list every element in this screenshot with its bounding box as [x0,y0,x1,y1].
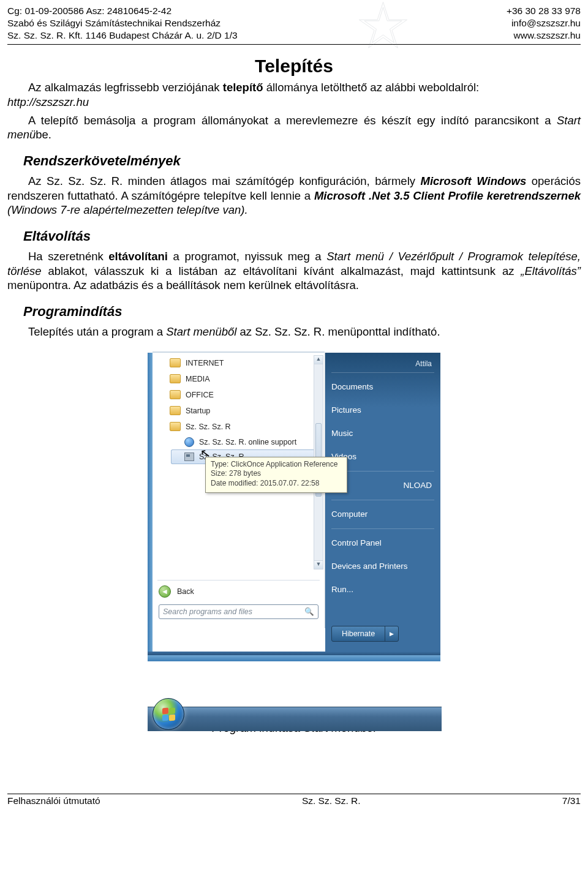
start-right-devices[interactable]: Devices and Printers [331,555,434,578]
header-left-line2: Szabó és Szilágyi Számítástechnikai Rend… [7,17,238,29]
section-requirements: Rendszerkövetelmények [23,153,581,169]
page-header: Cg: 01-09-200586 Asz: 24810645-2-42 Szab… [7,5,581,42]
footer-mid: Sz. Sz. Sz. R. [302,795,361,806]
chevron-right-icon[interactable]: ▶ [385,626,398,641]
header-rule [7,44,581,45]
start-orb-button[interactable] [153,698,184,730]
start-right-music[interactable]: Music [331,422,434,445]
header-left-line1: Cg: 01-09-200586 Asz: 24810645-2-42 [7,5,238,17]
section-launch: Programindítás [23,304,581,320]
search-icon: 🔍 [304,607,314,616]
scroll-down-icon[interactable]: ▼ [314,560,323,569]
start-right-run[interactable]: Run... [331,578,434,601]
back-arrow-icon: ◄ [159,585,171,598]
page-title: Telepítés [7,56,581,77]
start-item-tooltip: Type: ClickOnce Application Reference Si… [205,457,347,493]
footer-right: 7/31 [562,795,581,806]
header-right-email: info@szszszr.hu [507,17,581,29]
start-search-input[interactable]: Search programs and files 🔍 [159,604,318,619]
footer-left: Felhasználói útmutató [7,795,100,806]
scroll-up-icon[interactable]: ▲ [314,356,323,364]
start-folder-szszszr[interactable]: Sz. Sz. Sz. R [156,419,321,435]
start-menu-screenshot: INTERNET MEDIA OFFICE Startup Sz. Sz. Sz… [148,353,440,661]
start-folder-startup[interactable]: Startup [156,403,321,419]
start-folder-office[interactable]: OFFICE [156,387,321,403]
start-menu-right-pane: Attila Documents Pictures Music Videos N… [325,353,440,655]
mouse-cursor-icon: ↖ [199,445,211,461]
page-footer: Felhasználói útmutató Sz. Sz. Sz. R. 7/3… [7,794,581,806]
folder-icon [170,358,181,367]
start-right-computer[interactable]: Computer [331,503,434,526]
windows-logo-icon [162,708,176,721]
search-placeholder: Search programs and files [163,607,252,616]
start-right-documents[interactable]: Documents [331,375,434,399]
start-right-pictures[interactable]: Pictures [331,399,434,422]
paragraph-launch: Telepítés után a program a Start menüből… [7,325,581,339]
section-uninstall: Eltávolítás [23,228,581,244]
paragraph-requirements: Az Sz. Sz. Sz. R. minden átlagos mai szá… [7,174,581,217]
start-item-online-support[interactable]: Sz. Sz. Sz. R. online support [171,435,321,449]
download-link[interactable]: http://szszszr.hu [7,96,89,108]
start-right-controlpanel[interactable]: Control Panel [331,532,434,555]
folder-icon [170,406,181,415]
start-folder-media[interactable]: MEDIA [156,371,321,387]
folder-icon [170,374,181,383]
help-icon [184,437,194,447]
start-shutdown-button[interactable]: Hibernate ▶ [331,626,399,642]
start-back-button[interactable]: ◄ Back [159,584,194,599]
header-left-line3: Sz. Sz. Sz. R. Kft. 1146 Budapest Cházár… [7,29,238,42]
taskbar-snippet [151,698,439,731]
paragraph-installer: A telepítő bemásolja a program állományo… [7,113,581,142]
application-icon [184,453,194,461]
folder-icon [170,390,181,399]
start-folder-internet[interactable]: INTERNET [156,355,321,371]
start-right-user[interactable]: Attila [331,358,434,370]
header-right-url: www.szszszr.hu [507,29,581,42]
folder-icon [170,422,181,431]
paragraph-uninstall: Ha szeretnénk eltávolítani a programot, … [7,249,581,293]
header-right-phone: +36 30 28 33 978 [507,5,581,17]
paragraph-intro: Az alkalmazás legfrissebb verziójának te… [7,80,581,109]
